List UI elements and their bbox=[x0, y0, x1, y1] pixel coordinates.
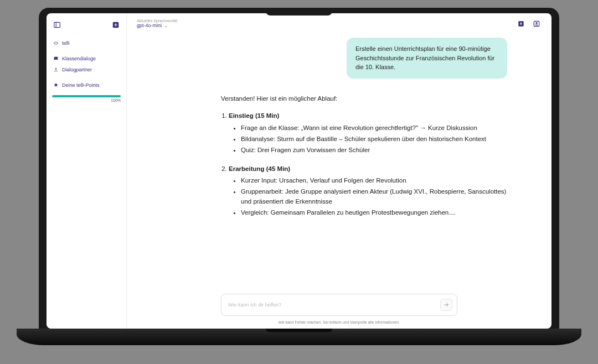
list-item: Erarbeitung (45 Min) Kurzer Input: Ursac… bbox=[229, 164, 507, 218]
points-progress-bar bbox=[52, 95, 121, 97]
chevron-down-icon: ⌄ bbox=[164, 23, 168, 28]
bullet: Bildanalyse: Sturm auf die Bastille – Sc… bbox=[241, 134, 507, 144]
footer-disclaimer: telli kann Fehler machen. Sei kritisch u… bbox=[127, 318, 551, 329]
app-window: telli Klassendialoge Dialogpartner bbox=[47, 13, 551, 329]
assistant-intro: Verstanden! Hier ist ein möglicher Ablau… bbox=[221, 94, 507, 104]
model-label: Aktuelles Sprachmodell bbox=[137, 19, 177, 23]
sidebar-item-label: Klassendialoge bbox=[62, 56, 96, 61]
collapse-sidebar-button[interactable] bbox=[52, 20, 62, 30]
sidebar-item-klassendialoge[interactable]: Klassendialoge bbox=[52, 53, 121, 64]
bullet-list: Kurzer Input: Ursachen, Verlauf und Folg… bbox=[229, 176, 507, 217]
main-area: Aktuelles Sprachmodell gpt-4o-mini ⌄ bbox=[127, 13, 551, 329]
star-icon bbox=[53, 82, 59, 88]
bullet: Frage an die Klasse: „Wann ist eine Revo… bbox=[241, 123, 507, 133]
bullet-list: Frage an die Klasse: „Wann ist eine Revo… bbox=[229, 123, 507, 155]
svg-point-6 bbox=[536, 23, 537, 24]
laptop-notch bbox=[266, 8, 332, 15]
chat-icon bbox=[53, 56, 59, 61]
lesson-plan-list: Einstieg (15 Min) Frage an die Klasse: „… bbox=[221, 111, 507, 217]
points-percent: 100% bbox=[52, 98, 121, 102]
bullet: Vergleich: Gemeinsam Parallelen zu heuti… bbox=[241, 208, 507, 218]
download-button[interactable] bbox=[516, 19, 526, 29]
composer bbox=[221, 294, 457, 316]
sidebar-brand[interactable]: telli bbox=[52, 38, 121, 49]
bullet: Quiz: Drei Fragen zum Vorwissen der Schü… bbox=[241, 145, 507, 155]
laptop-screen: telli Klassendialoge Dialogpartner bbox=[39, 8, 559, 329]
send-button[interactable] bbox=[440, 299, 452, 311]
sidebar-top bbox=[52, 20, 121, 30]
model-picker[interactable]: Aktuelles Sprachmodell gpt-4o-mini ⌄ bbox=[137, 19, 177, 28]
svg-point-3 bbox=[55, 68, 57, 70]
model-value-row: gpt-4o-mini ⌄ bbox=[137, 23, 177, 28]
assistant-message: Verstanden! Hier ist ein möglicher Ablau… bbox=[221, 94, 507, 218]
topbar-icons bbox=[516, 19, 542, 29]
user-message-text: Erstelle einen Unterrichtsplan für eine … bbox=[355, 45, 494, 70]
bullet: Kurzer Input: Ursachen, Verlauf und Folg… bbox=[241, 176, 507, 186]
section-title: Erarbeitung (45 Min) bbox=[229, 165, 290, 172]
sidebar-brand-label: telli bbox=[62, 40, 70, 46]
new-chat-button[interactable] bbox=[111, 20, 121, 30]
user-icon bbox=[53, 67, 59, 72]
chat-scroll-area: Erstelle einen Unterrichtsplan für eine … bbox=[127, 32, 551, 289]
list-item: Einstieg (15 Min) Frage an die Klasse: „… bbox=[229, 111, 507, 155]
user-message-bubble: Erstelle einen Unterrichtsplan für eine … bbox=[347, 38, 507, 79]
topbar: Aktuelles Sprachmodell gpt-4o-mini ⌄ bbox=[127, 13, 551, 32]
bullet: Gruppenarbeit: Jede Gruppe analysiert ei… bbox=[241, 187, 507, 207]
composer-row bbox=[127, 289, 551, 318]
message-input[interactable] bbox=[228, 302, 436, 308]
laptop-base bbox=[17, 329, 581, 345]
model-value: gpt-4o-mini bbox=[137, 23, 162, 28]
sidebar-item-label: Dialogpartner bbox=[62, 67, 92, 72]
section-title: Einstieg (15 Min) bbox=[229, 112, 279, 119]
svg-rect-0 bbox=[54, 22, 60, 27]
sidebar: telli Klassendialoge Dialogpartner bbox=[47, 13, 127, 329]
points-label: Deine telli-Points bbox=[62, 82, 100, 88]
profile-button[interactable] bbox=[532, 19, 542, 29]
brand-icon bbox=[53, 40, 59, 46]
sidebar-item-points[interactable]: Deine telli-Points bbox=[52, 80, 121, 91]
laptop-frame: telli Klassendialoge Dialogpartner bbox=[17, 8, 581, 356]
sidebar-item-dialogpartner[interactable]: Dialogpartner bbox=[52, 64, 121, 75]
